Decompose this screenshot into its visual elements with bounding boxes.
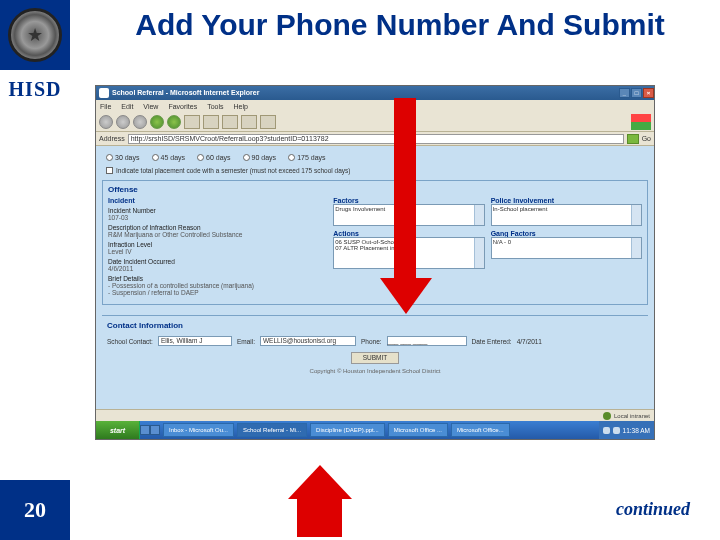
stop-icon[interactable] <box>133 115 147 129</box>
start-button[interactable]: start <box>96 421 140 439</box>
radio-175[interactable] <box>288 154 295 161</box>
school-contact-label: School Contact: <box>107 338 153 345</box>
menu-help[interactable]: Help <box>234 103 248 110</box>
date-entered-label: Date Entered: <box>472 338 512 345</box>
incident-heading: Incident <box>108 197 327 204</box>
radio-45[interactable] <box>152 154 159 161</box>
email-label: Email: <box>237 338 255 345</box>
ie-titlebar: School Referral - Microsoft Internet Exp… <box>96 86 654 100</box>
date-value: 4/6/2011 <box>108 265 327 272</box>
back-icon[interactable] <box>99 115 113 129</box>
tray-icon[interactable] <box>613 427 620 434</box>
copyright: Copyright © Houston Independent School D… <box>107 368 643 374</box>
date-entered-value: 4/7/2011 <box>517 338 542 345</box>
ie-icon <box>99 88 109 98</box>
history-icon[interactable] <box>222 115 238 129</box>
mail-icon[interactable] <box>241 115 257 129</box>
refresh-icon[interactable] <box>150 115 164 129</box>
search-icon[interactable] <box>184 115 200 129</box>
continued-label: continued <box>616 499 690 520</box>
task-item[interactable]: Discipline (DAEP).ppt... <box>310 423 385 437</box>
quicklaunch-icon[interactable] <box>140 425 150 435</box>
brief-value: - Possession of a controlled substance (… <box>108 282 327 296</box>
menu-tools[interactable]: Tools <box>207 103 223 110</box>
desc-value: R&M Marijuana or Other Controlled Substa… <box>108 231 327 238</box>
zone-icon <box>603 412 611 420</box>
page-number: 20 <box>0 480 70 540</box>
menu-favorites[interactable]: Favorites <box>168 103 197 110</box>
print-icon[interactable] <box>260 115 276 129</box>
page-content: 30 days 45 days 60 days 90 days 175 days… <box>96 146 654 421</box>
annotation-arrow-up-icon <box>297 495 342 537</box>
desc-label: Description of Infraction Reason <box>108 224 327 231</box>
extend-row: Indicate total placement code with a sem… <box>102 167 648 174</box>
hisd-label: HISD <box>0 78 70 101</box>
contact-panel: Contact Information School Contact: Elli… <box>102 315 648 379</box>
logo-box <box>0 0 70 70</box>
radio-30[interactable] <box>106 154 113 161</box>
system-tray: 11:38 AM <box>599 421 654 439</box>
address-input[interactable]: http://srshISD/SRSMVCroot/ReferralLoop3?… <box>128 134 624 144</box>
tray-icon[interactable] <box>603 427 610 434</box>
task-item[interactable]: School Referral - Mi... <box>237 423 307 437</box>
go-label: Go <box>642 135 651 142</box>
police-listbox[interactable]: In-School placement <box>491 204 642 226</box>
offense-title: Offense <box>108 185 642 194</box>
minimize-button[interactable]: _ <box>619 88 630 98</box>
window-title: School Referral - Microsoft Internet Exp… <box>112 89 259 96</box>
extend-label: Indicate total placement code with a sem… <box>116 167 351 174</box>
task-item[interactable]: Microsoft Office ... <box>388 423 448 437</box>
forward-icon[interactable] <box>116 115 130 129</box>
email-field[interactable]: WELLIS@houstonisd.org <box>260 336 356 346</box>
ie-menubar: File Edit View Favorites Tools Help <box>96 100 654 112</box>
level-value: Level IV <box>108 248 327 255</box>
phone-field[interactable]: ___ ___ ____ <box>387 336 467 346</box>
close-button[interactable]: × <box>643 88 654 98</box>
police-title: Police Involvement <box>491 197 642 204</box>
annotation-arrow-up-head-icon <box>288 465 352 499</box>
days-row: 30 days 45 days 60 days 90 days 175 days <box>102 152 648 163</box>
quicklaunch-icon[interactable] <box>150 425 160 435</box>
taskbar: start Inbox - Microsoft Ou... School Ref… <box>96 421 654 439</box>
ie-addressbar: Address http://srshISD/SRSMVCroot/Referr… <box>96 132 654 146</box>
ie-window: School Referral - Microsoft Internet Exp… <box>95 85 655 440</box>
menu-view[interactable]: View <box>143 103 158 110</box>
gang-listbox[interactable]: N/A - 0 <box>491 237 642 259</box>
clock: 11:38 AM <box>623 427 650 434</box>
level-label: Infraction Level <box>108 241 327 248</box>
gang-title: Gang Factors <box>491 230 642 237</box>
maximize-button[interactable]: □ <box>631 88 642 98</box>
incident-num-label: Incident Number <box>108 207 327 214</box>
menu-file[interactable]: File <box>100 103 111 110</box>
district-seal-icon <box>8 8 62 62</box>
ie-toolbar <box>96 112 654 132</box>
incident-num: 107-03 <box>108 214 327 221</box>
task-item[interactable]: Microsoft Office... <box>451 423 510 437</box>
ie-statusbar: Local intranet <box>96 409 654 421</box>
menu-edit[interactable]: Edit <box>121 103 133 110</box>
favorites-icon[interactable] <box>203 115 219 129</box>
annotation-arrow-down-icon <box>394 98 416 280</box>
extend-checkbox[interactable] <box>106 167 113 174</box>
submit-button[interactable]: SUBMIT <box>351 352 399 364</box>
left-column: HISD <box>0 0 70 470</box>
radio-60[interactable] <box>197 154 204 161</box>
zone-label: Local intranet <box>614 413 650 419</box>
throbber-icon <box>631 114 651 130</box>
address-label: Address <box>99 135 125 142</box>
slide-title: Add Your Phone Number And Submit <box>90 8 710 41</box>
school-contact-field[interactable]: Ellis, William J <box>158 336 232 346</box>
home-icon[interactable] <box>167 115 181 129</box>
offense-panel: Offense Incident Incident Number 107-03 … <box>102 180 648 305</box>
contact-title: Contact Information <box>107 321 643 330</box>
date-label: Date Incident Occurred <box>108 258 327 265</box>
phone-label: Phone: <box>361 338 382 345</box>
task-item[interactable]: Inbox - Microsoft Ou... <box>163 423 234 437</box>
go-button[interactable] <box>627 134 639 144</box>
annotation-arrow-down-head-icon <box>380 278 432 314</box>
radio-90[interactable] <box>243 154 250 161</box>
brief-label: Brief Details <box>108 275 327 282</box>
